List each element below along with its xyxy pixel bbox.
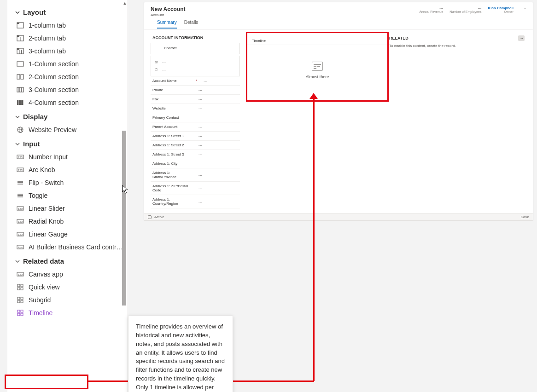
svg-rect-11	[21, 75, 23, 79]
field-row[interactable]: Address 1: City---	[151, 159, 240, 168]
field-row[interactable]: Parent Account---	[151, 122, 240, 132]
item-label: Toggle	[29, 192, 47, 199]
number-icon: 123	[17, 218, 24, 225]
field-row[interactable]: Address 1: ZIP/Postal Code---	[151, 182, 240, 195]
grid-icon	[17, 283, 24, 291]
item-label: 4-Column section	[29, 99, 79, 106]
field-row[interactable]: Address 1: Street 1---	[151, 132, 240, 141]
component-canvas-app[interactable]: 123 Canvas app	[10, 268, 128, 281]
field-row[interactable]: Address 1: Street 3---	[151, 150, 240, 159]
section-title: Input	[23, 140, 40, 148]
field-row[interactable]: Account Name*---	[151, 76, 240, 86]
field-row[interactable]: Phone---	[151, 86, 240, 95]
component-quick-view[interactable]: Quick view	[10, 281, 128, 294]
item-label: 2-column tab	[29, 35, 66, 42]
mail-icon: ✉	[154, 60, 158, 64]
item-label: 1-column tab	[29, 22, 66, 29]
form-tabs: Summary Details	[151, 17, 204, 29]
grid-icon	[17, 309, 24, 317]
svg-rect-51	[21, 310, 23, 312]
field-label: Account Name	[152, 79, 194, 83]
svg-rect-16	[19, 100, 20, 105]
component-4-column-section[interactable]: 4-Column section	[10, 96, 128, 109]
component-timeline[interactable]: Timeline	[10, 306, 128, 319]
field-label: Address 1: City	[152, 161, 194, 166]
field-row[interactable]: Fax---	[151, 95, 240, 104]
item-label: Subgrid	[29, 296, 51, 304]
svg-rect-47	[21, 297, 23, 300]
contact-phone-row[interactable]: ✆ ---	[154, 66, 237, 73]
section-header-display[interactable]: Display	[10, 109, 128, 123]
svg-rect-50	[18, 310, 20, 312]
tab-1col-icon	[17, 22, 24, 29]
svg-rect-52	[18, 313, 20, 316]
svg-text:123: 123	[18, 233, 23, 236]
related-more-button[interactable]: ⋯	[518, 35, 525, 41]
item-label: Linear Gauge	[29, 231, 68, 238]
timeline-placeholder: Almost there	[247, 45, 387, 96]
component-ai-builder-card[interactable]: Abc AI Builder Business Card contr…	[10, 241, 128, 254]
tab-summary[interactable]: Summary	[157, 18, 177, 29]
item-label: Timeline	[29, 309, 53, 317]
field-label: Phone	[152, 88, 194, 92]
header-field-employees[interactable]: --- Number of Employees	[449, 6, 481, 13]
component-radial-knob[interactable]: 123 Radial Knob	[10, 215, 128, 228]
component-linear-slider[interactable]: 123 Linear Slider	[10, 202, 128, 215]
svg-rect-17	[20, 100, 22, 105]
component-1-column-tab[interactable]: 1-column tab	[10, 19, 128, 32]
svg-rect-46	[18, 297, 20, 300]
component-2-column-section[interactable]: 2-Column section	[10, 70, 128, 83]
field-value: ---	[194, 125, 237, 129]
component-3-column-tab[interactable]: 3-column tab	[10, 45, 128, 58]
tab-3col-icon	[17, 47, 24, 55]
component-toggle[interactable]: Toggle	[10, 189, 128, 202]
chevron-down-icon	[15, 141, 20, 147]
field-row[interactable]: Primary Contact---	[151, 113, 240, 122]
section-title: Display	[23, 113, 47, 121]
svg-rect-43	[21, 284, 23, 287]
component-subgrid[interactable]: Subgrid	[10, 294, 128, 306]
sidebar-scrollbar-thumb[interactable]	[122, 131, 126, 306]
component-flip-switch[interactable]: Flip - Switch	[10, 176, 128, 189]
field-row[interactable]: Address 1: State/Province---	[151, 168, 240, 182]
item-label: 2-Column section	[29, 73, 79, 81]
section-header-layout[interactable]: Layout	[10, 5, 128, 19]
section-header-input[interactable]: Input	[10, 136, 128, 150]
footer-save[interactable]: Save	[521, 215, 529, 219]
header-field-owner[interactable]: Kian Campbell Owner	[488, 6, 514, 13]
svg-rect-10	[17, 75, 20, 79]
number-icon: 123	[17, 231, 24, 238]
field-row[interactable]: Website---	[151, 104, 240, 113]
field-row[interactable]: Address 1: Country/Region---	[151, 195, 240, 208]
component-number-input[interactable]: 123 Number Input	[10, 150, 128, 163]
contact-card[interactable]: Contact	[151, 43, 240, 54]
component-3-column-section[interactable]: 3-Column section	[10, 83, 128, 96]
svg-text:123: 123	[18, 156, 23, 159]
timeline-tooltip: Timeline provides an overview of histori…	[128, 316, 233, 392]
component-2-column-tab[interactable]: 2-column tab	[10, 32, 128, 45]
component-arc-knob[interactable]: 123 Arc Knob	[10, 163, 128, 176]
svg-rect-48	[18, 300, 20, 303]
component-linear-gauge[interactable]: 123 Linear Gauge	[10, 228, 128, 241]
field-value: ---	[194, 173, 237, 177]
form-subtitle: Account	[151, 13, 204, 17]
contact-email-value: ---	[162, 60, 166, 64]
tab-details[interactable]: Details	[184, 18, 198, 29]
component-website-preview[interactable]: Website Preview	[10, 123, 128, 136]
form-title: New Account	[151, 6, 204, 12]
svg-text:123: 123	[18, 169, 23, 172]
contact-details: ✉ --- ✆ ---	[151, 56, 240, 76]
timeline-control[interactable]: Timeline Almost there	[246, 32, 389, 102]
sidebar-scrollbar[interactable]	[121, 0, 127, 392]
field-row[interactable]: Address 1: Street 2---	[151, 141, 240, 150]
svg-rect-44	[18, 288, 20, 290]
svg-rect-12	[17, 87, 19, 92]
sec-4col-icon	[17, 99, 24, 106]
chevron-down-icon[interactable]: ⌄	[524, 6, 526, 10]
svg-rect-53	[21, 313, 23, 316]
contact-email-row[interactable]: ✉ ---	[154, 58, 237, 66]
header-field-annual-revenue[interactable]: --- Annual Revenue	[419, 6, 443, 13]
section-header-related[interactable]: Related data	[10, 254, 128, 268]
component-1-column-section[interactable]: 1-Column section	[10, 58, 128, 70]
field-value: ---	[194, 134, 237, 138]
